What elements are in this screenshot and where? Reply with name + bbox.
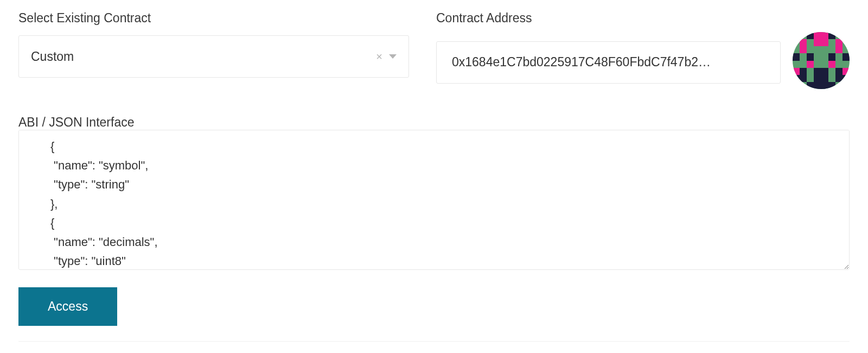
divider: [18, 341, 850, 342]
svg-rect-3: [828, 32, 835, 39]
select-contract-label: Select Existing Contract: [18, 11, 409, 26]
abi-section: ABI / JSON Interface: [18, 115, 850, 272]
svg-rect-11: [807, 53, 814, 60]
svg-rect-14: [807, 61, 814, 68]
contract-address-input[interactable]: 0x1684e1C7bd0225917C48F60FbdC7f47b2…: [436, 41, 781, 84]
contract-address-label: Contract Address: [436, 11, 850, 26]
svg-rect-13: [843, 53, 850, 60]
select-contract-value: Custom: [31, 49, 376, 64]
svg-rect-15: [828, 61, 835, 68]
access-button[interactable]: Access: [18, 287, 117, 326]
svg-rect-12: [828, 53, 835, 60]
clear-icon[interactable]: ×: [376, 51, 382, 63]
svg-rect-16: [793, 68, 800, 75]
svg-rect-10: [793, 53, 800, 60]
svg-rect-23: [807, 82, 814, 89]
abi-textarea[interactable]: [18, 130, 850, 270]
abi-label: ABI / JSON Interface: [18, 115, 134, 129]
svg-rect-9: [835, 39, 843, 53]
svg-rect-4: [843, 32, 850, 39]
select-contract-group: Select Existing Contract Custom ×: [18, 11, 409, 78]
svg-rect-5: [814, 32, 828, 46]
chevron-down-icon[interactable]: [389, 54, 397, 59]
svg-rect-1: [793, 32, 800, 39]
svg-rect-21: [835, 68, 843, 82]
address-identicon: [793, 32, 850, 89]
svg-rect-2: [807, 32, 814, 39]
svg-rect-18: [843, 68, 850, 75]
svg-rect-24: [828, 82, 835, 89]
svg-rect-8: [800, 39, 807, 53]
select-contract-dropdown[interactable]: Custom ×: [18, 35, 409, 78]
svg-rect-20: [800, 68, 807, 82]
contract-address-group: Contract Address 0x1684e1C7bd0225917C48F…: [436, 11, 850, 89]
svg-rect-22: [814, 68, 828, 89]
svg-rect-19: [843, 75, 850, 82]
svg-rect-17: [793, 75, 800, 82]
